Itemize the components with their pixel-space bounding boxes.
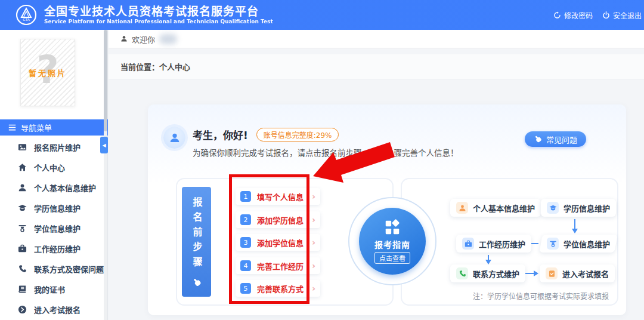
censored-username	[159, 34, 177, 44]
chevron-right-icon: ›	[312, 192, 315, 201]
app-header: CTA 全国专业技术人员资格考试报名服务平台 Service Platform …	[0, 0, 644, 30]
svg-text:CTA: CTA	[23, 17, 30, 21]
home-icon	[18, 163, 27, 172]
flow-note: 注：学历学位信息可根据考试实际要求填报	[473, 291, 609, 301]
step-5-complete-contact-info[interactable]: 5 完善联系方式 ›	[236, 280, 320, 297]
welcome-bar: 欢迎你	[109, 30, 644, 48]
guide-subtitle: 点击查看	[374, 252, 410, 264]
step-number: 4	[240, 260, 251, 271]
user-icon	[456, 202, 468, 214]
sidebar-item-certificates[interactable]: 我的证书	[0, 279, 104, 299]
step-4-complete-work-history[interactable]: 4 完善工作经历 ›	[236, 257, 320, 274]
sidebar-item-personal-center[interactable]: 个人中心	[0, 157, 104, 177]
chevron-right-icon: ›	[312, 261, 315, 270]
personal-center-card: 考生，你好! 账号信息完整度:29% 为确保你顺利完成考试报名，请点击报名前步骤…	[148, 104, 626, 315]
guide-grid-icon	[383, 219, 401, 236]
change-password-link[interactable]: 修改密码	[553, 10, 593, 20]
platform-logo-icon: CTA	[16, 4, 37, 26]
flow-node-enter-registration[interactable]: 进入考试报名	[540, 264, 615, 282]
completeness-badge: 账号信息完整度:29%	[256, 128, 339, 141]
sidebar-scrollbar-thumb[interactable]	[104, 30, 107, 131]
step-2-add-education-info[interactable]: 2 添加学历信息 ›	[236, 211, 320, 228]
degree-icon	[18, 224, 27, 233]
hamburger-icon	[8, 124, 16, 131]
chevron-right-icon: ›	[312, 284, 315, 293]
platform-title: 全国专业技术人员资格考试报名服务平台	[44, 5, 273, 18]
flow-node-degree[interactable]: 学位信息维护	[539, 235, 617, 253]
user-icon	[18, 183, 27, 192]
flow-node-basic-info[interactable]: 个人基本信息维护	[450, 199, 541, 217]
chevron-right-icon: ›	[312, 215, 315, 224]
breadcrumb: 当前位置：个人中心	[109, 54, 644, 79]
sidebar-item-education[interactable]: 学历信息维护	[0, 198, 104, 218]
nav-menu-header: 导航菜单	[0, 119, 108, 136]
pointing-hand-icon	[534, 135, 542, 143]
sidebar-item-work[interactable]: 工作经历维护	[0, 238, 104, 259]
exam-guide-button[interactable]: 报考指南 点击查看	[359, 208, 426, 275]
pointing-hand-icon	[192, 278, 202, 287]
certificate-icon	[18, 285, 27, 294]
refresh-icon	[553, 11, 561, 19]
sidebar-item-basic-info[interactable]: 个人基本信息维护	[0, 177, 104, 198]
greeting-text: 考生，你好!	[193, 127, 248, 142]
step-3-add-degree-info[interactable]: 3 添加学位信息 ›	[236, 234, 320, 251]
step-number: 5	[240, 283, 251, 294]
graduation-cap-icon	[18, 204, 27, 213]
faq-button[interactable]: 常见问题	[525, 131, 586, 147]
briefcase-icon	[462, 238, 474, 250]
avatar	[163, 127, 185, 149]
sidebar: ? 暂无照片 导航菜单 报名照片维护 个人中心	[0, 30, 108, 320]
phone-icon	[18, 264, 27, 273]
no-photo-label: 暂无照片	[29, 67, 67, 78]
degree-icon	[547, 238, 559, 250]
step-number: 3	[240, 237, 251, 248]
power-icon	[602, 11, 610, 19]
steps-side-label: 报名前步骤	[190, 197, 204, 272]
sidebar-item-contact[interactable]: 联系方式及密保问题	[0, 259, 104, 279]
user-small-icon	[120, 35, 128, 42]
sidebar-item-enter-registration[interactable]: 进入考试报名	[0, 299, 104, 319]
step-number: 2	[240, 214, 251, 225]
welcome-text: 欢迎你	[132, 33, 155, 45]
logout-link[interactable]: 安全退出	[602, 10, 642, 20]
sidebar-collapse-button[interactable]: ◀	[100, 137, 108, 153]
graduation-cap-icon	[547, 202, 559, 214]
sidebar-item-photo[interactable]: 报名照片维护	[0, 137, 104, 157]
photo-icon	[18, 143, 27, 152]
photo-placeholder[interactable]: ? 暂无照片	[20, 39, 75, 106]
flow-node-work[interactable]: 工作经历维护	[456, 235, 531, 253]
avatar-user-icon	[169, 132, 181, 144]
step-1-fill-personal-info[interactable]: 1 填写个人信息 ›	[236, 188, 320, 205]
briefcase-icon	[18, 244, 27, 253]
sidebar-menu: 报名照片维护 个人中心 个人基本信息维护 学历信息	[0, 137, 104, 319]
steps-side-bar: 报名前步骤	[182, 187, 211, 297]
step-label: 完善联系方式	[257, 283, 304, 294]
guide-title: 报考指南	[374, 238, 410, 250]
step-label: 填写个人信息	[257, 191, 304, 202]
step-label: 完善工作经历	[257, 260, 304, 272]
sidebar-item-degree[interactable]: 学位信息维护	[0, 218, 104, 238]
hero-description: 为确保你顺利完成考试报名，请点击报名前步骤，按照步骤完善个人信息！	[193, 146, 459, 158]
chevron-right-icon: ›	[312, 238, 315, 247]
sidebar-scrollbar[interactable]	[104, 30, 107, 320]
main-content: 欢迎你 当前位置：个人中心 考生，你好! 账号信息完整度:29% 为确保你顺利完…	[109, 30, 644, 320]
step-number: 1	[240, 191, 251, 202]
arrow-circle-icon	[18, 305, 27, 314]
flow-node-education[interactable]: 学历信息维护	[541, 199, 616, 217]
phone-icon	[456, 267, 468, 279]
step-label: 添加学历信息	[257, 214, 304, 226]
clipboard-check-icon	[546, 267, 558, 279]
platform-subtitle: Service Platform for National Profession…	[44, 18, 273, 25]
step-label: 添加学位信息	[257, 237, 304, 248]
flow-node-contact[interactable]: 联系方式维护	[450, 264, 525, 282]
page: CTA 全国专业技术人员资格考试报名服务平台 Service Platform …	[0, 0, 644, 320]
